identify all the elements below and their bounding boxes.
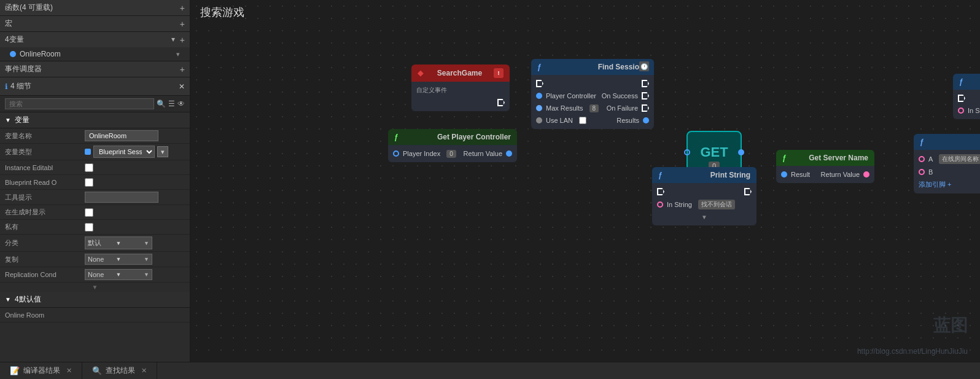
prop-private-label: 私有 xyxy=(5,222,85,232)
search-game-badge: ! xyxy=(494,68,504,78)
find-sessions-exec-in-pin[interactable] xyxy=(536,80,543,87)
print-str-success-exec-in xyxy=(958,95,965,102)
find-close-btn[interactable]: ✕ xyxy=(141,367,147,375)
append-a-value: 在线房间名称： xyxy=(939,154,980,164)
event-dispatcher-add-btn[interactable]: + xyxy=(180,64,185,74)
prop-show-spawn-checkbox[interactable] xyxy=(85,208,93,217)
player-index-pin[interactable] xyxy=(393,150,399,157)
server-return-pin[interactable] xyxy=(863,171,869,178)
prop-category-dropdown[interactable]: 默认 ▼ xyxy=(85,236,152,249)
prop-bp-readonly: Blueprint Read O xyxy=(0,175,190,190)
variables-add-btn[interactable]: + xyxy=(180,35,185,45)
print-string-success-node[interactable]: ƒ Print String In String xyxy=(953,74,980,119)
results-pin[interactable] xyxy=(643,117,649,123)
variables-header[interactable]: 4变量 ▾ + xyxy=(0,32,190,47)
variable-onlineroom[interactable]: OnlineRoom ▾ xyxy=(0,47,190,61)
on-success-pin[interactable] xyxy=(642,92,649,100)
find-sessions-exec-row xyxy=(531,77,654,90)
compiler-close-btn[interactable]: ✕ xyxy=(66,367,72,375)
details-header: ℹ 4 细节 ✕ xyxy=(0,77,190,96)
prop-tooltip-input[interactable] xyxy=(85,192,158,203)
find-sessions-exec-out-pin[interactable] xyxy=(642,80,649,87)
append-a-row: A 在线房间名称： Return Value xyxy=(914,152,980,166)
type-select[interactable]: Blueprint Sessi xyxy=(93,146,155,158)
print-str-fail-instr-pin[interactable] xyxy=(657,201,663,208)
get-server-name-node[interactable]: ƒ Get Server Name Result Return Value xyxy=(776,150,874,183)
functions-add-btn[interactable]: + xyxy=(180,3,185,13)
pin-player-ctrl-left: Player Controller xyxy=(536,92,596,100)
print-str-fail-instr-value: 找不到会话 xyxy=(698,200,735,209)
find-results-tab[interactable]: 🔍 查找结果 ✕ xyxy=(82,362,157,379)
print-str-success-instr-pin[interactable] xyxy=(958,107,964,114)
find-sessions-exec-in xyxy=(536,80,543,87)
result-pin[interactable] xyxy=(781,171,787,178)
prop-bp-readonly-checkbox[interactable] xyxy=(85,178,93,187)
macros-header[interactable]: 宏 + xyxy=(0,16,190,31)
find-tab-label: 查找结果 xyxy=(106,365,135,376)
append-node[interactable]: ƒ Append A 在线房间名称： Return Value xyxy=(914,134,980,193)
macros-add-btn[interactable]: + xyxy=(180,19,185,29)
details-search-input[interactable] xyxy=(5,98,154,109)
print-str-fail-instr-row: In String 找不到会话 xyxy=(652,198,756,211)
variables-details-section[interactable]: 变量 xyxy=(0,112,190,128)
search-game-node[interactable]: ◆ SearchGame ! 自定义事件 xyxy=(411,64,510,111)
pin-max-results-left: Max Results 8 xyxy=(536,104,599,112)
use-lan-pin[interactable] xyxy=(536,117,542,123)
list-view-icon[interactable]: ☰ xyxy=(168,100,175,108)
prop-replication-cond-dropdown[interactable]: None ▼ xyxy=(85,269,152,280)
get-node-pin-right[interactable] xyxy=(738,149,744,155)
append-b-pin[interactable] xyxy=(919,169,925,175)
append-add-pin-row: 添加引脚 + xyxy=(914,178,980,191)
get-player-ctrl-title: Get Player Controller xyxy=(437,133,511,141)
on-failure-pin[interactable] xyxy=(642,104,649,112)
print-str-fail-expand[interactable]: ▼ xyxy=(652,211,756,223)
macros-section: 宏 + xyxy=(0,16,190,32)
variables-collapse-btn[interactable]: ▾ xyxy=(171,35,175,45)
category-arrow: ▼ xyxy=(116,240,144,246)
type-edit-btn[interactable]: ▾ xyxy=(157,146,168,157)
use-lan-checkbox[interactable] xyxy=(579,117,586,124)
get-in-pin[interactable] xyxy=(684,149,690,155)
prop-instance-checkbox[interactable] xyxy=(85,163,93,172)
exec-out-pin[interactable] xyxy=(497,99,505,106)
functions-header[interactable]: 函数(4 可重载) + xyxy=(0,0,190,15)
eye-icon[interactable]: 👁 xyxy=(177,100,185,108)
prop-varname-label: 变量名称 xyxy=(5,131,85,141)
scroll-down[interactable]: ▼ xyxy=(0,283,190,292)
print-str-fail-instr-left: In String 找不到会话 xyxy=(657,200,735,209)
find-sessions-node[interactable]: ƒ Find Sessions 🕐 xyxy=(531,59,654,129)
print-str-success-exec-in-pin[interactable] xyxy=(958,95,965,102)
max-results-label: Max Results xyxy=(546,104,583,112)
return-value-pin[interactable] xyxy=(506,150,512,157)
compiler-results-tab[interactable]: 📝 编译器结果 ✕ xyxy=(0,362,82,379)
print-str-fail-exec-out-pin[interactable] xyxy=(744,188,752,195)
get-player-controller-node[interactable]: ƒ Get Player Controller Player Index 0 R… xyxy=(388,129,517,162)
details-close-btn[interactable]: ✕ xyxy=(179,82,185,91)
prop-private-checkbox[interactable] xyxy=(85,223,93,232)
find-sessions-exec-out xyxy=(642,80,649,87)
print-str-fail-exec-in-pin[interactable] xyxy=(657,188,664,195)
prop-replication-dropdown[interactable]: None ▼ xyxy=(85,254,152,265)
search-icon[interactable]: 🔍 xyxy=(157,100,166,108)
get-server-name-icon: ƒ xyxy=(782,154,787,162)
max-results-value: 8 xyxy=(589,104,599,112)
replication-cond-value: None xyxy=(88,271,116,278)
print-string-fail-node[interactable]: ƒ Print String In String 找不到会话 xyxy=(652,167,756,225)
get-node-pin-left[interactable] xyxy=(684,149,690,155)
pin-on-success-right: On Success xyxy=(602,92,649,100)
prop-varname-input[interactable] xyxy=(85,130,158,141)
max-results-pin[interactable] xyxy=(536,105,542,111)
result-label: Result xyxy=(791,171,810,178)
player-ctrl-pin[interactable] xyxy=(536,93,542,99)
event-dispatcher-header[interactable]: 事件调度器 + xyxy=(0,61,190,77)
left-panel: 函数(4 可重载) + 宏 + 4变量 ▾ + OnlineRoom xyxy=(0,0,190,362)
variable-collapse[interactable]: ▾ xyxy=(176,50,180,58)
blueprint-canvas[interactable]: 搜索游戏 ◆ SearchGame xyxy=(190,0,980,362)
append-add-pin-label[interactable]: 添加引脚 + xyxy=(919,180,951,189)
defaults-section[interactable]: 4默认值 xyxy=(0,292,190,308)
append-a-pin[interactable] xyxy=(919,156,925,162)
prop-category-label: 分类 xyxy=(5,238,85,248)
result-pin-left: Result xyxy=(781,171,810,178)
get-out-pin[interactable] xyxy=(738,149,744,155)
print-str-fail-exec-row xyxy=(652,186,756,198)
